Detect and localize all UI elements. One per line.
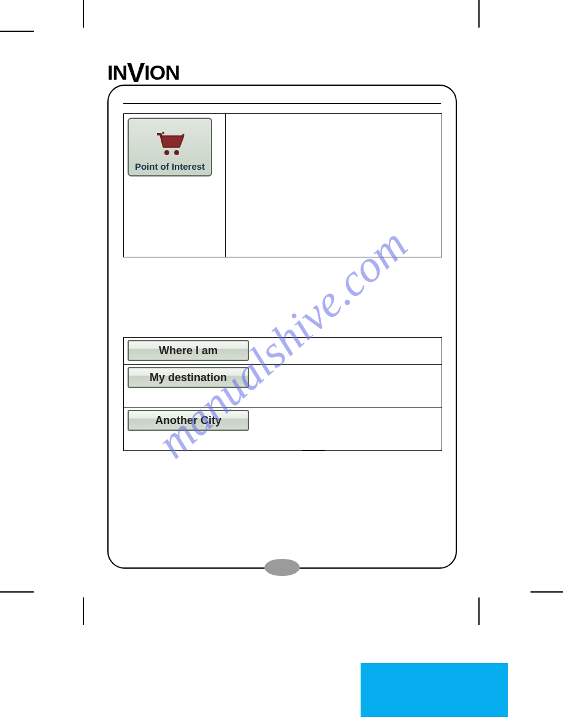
- button-label: Where I am: [159, 344, 218, 357]
- poi-button-label: Point of Interest: [135, 161, 205, 172]
- svg-point-0: [164, 150, 169, 155]
- button-label: My destination: [150, 371, 227, 384]
- poi-table: Point of Interest: [123, 113, 442, 257]
- crop-mark: [478, 597, 480, 625]
- table-row: My destination: [124, 365, 442, 408]
- poi-button[interactable]: Point of Interest: [128, 118, 212, 176]
- table-row: Where I am: [124, 338, 442, 365]
- brand-logo: INVION: [107, 55, 180, 86]
- my-destination-button[interactable]: My destination: [128, 367, 249, 388]
- another-city-button[interactable]: Another City: [128, 410, 249, 431]
- table-row: Another City: [124, 408, 442, 450]
- location-table: Where I am My destination Another City: [123, 337, 442, 451]
- button-label: Another City: [155, 414, 221, 427]
- crop-mark: [0, 591, 34, 593]
- crop-mark: [83, 0, 84, 28]
- crop-mark: [530, 591, 563, 593]
- column-divider: [225, 114, 226, 257]
- crop-mark: [478, 0, 480, 28]
- page-indicator-pill: [264, 559, 300, 576]
- blue-accent-block: [361, 663, 508, 717]
- shopping-cart-icon: [155, 132, 185, 157]
- crop-mark: [0, 31, 34, 32]
- manual-page-frame: Point of Interest Where I am My destinat…: [107, 85, 457, 569]
- where-i-am-button[interactable]: Where I am: [128, 340, 249, 361]
- underline-mark: [302, 450, 325, 451]
- crop-mark: [83, 597, 84, 625]
- svg-point-1: [174, 150, 179, 155]
- divider-line: [123, 103, 441, 104]
